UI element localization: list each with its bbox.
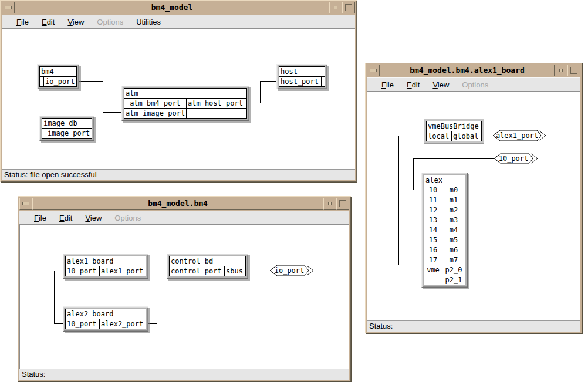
- hexagon-label: io_port: [269, 265, 309, 276]
- minimize-button[interactable]: [329, 2, 342, 13]
- port-sbus[interactable]: sbus: [224, 266, 245, 276]
- port-alex2_port[interactable]: alex2_port: [99, 319, 146, 329]
- port-10_port[interactable]: 10_port: [66, 266, 99, 276]
- node-image_db[interactable]: image_db image_port: [39, 116, 94, 141]
- menu-edit[interactable]: Edit: [40, 16, 56, 28]
- menu-view[interactable]: View: [83, 212, 103, 224]
- hexagon-io_port[interactable]: io_port: [269, 265, 314, 276]
- node-host[interactable]: host host_port: [276, 64, 327, 89]
- window-title: bm4_model.bm4: [32, 198, 323, 210]
- port-m7[interactable]: m7: [442, 255, 465, 265]
- connector: [413, 190, 421, 190]
- port-m5[interactable]: m5: [442, 235, 465, 245]
- port-host_port[interactable]: host_port: [279, 77, 321, 86]
- maximize-icon: [339, 200, 346, 207]
- window-menu-icon: [370, 69, 377, 72]
- hexagon-label: alex1_port: [492, 130, 542, 141]
- menu-utilities[interactable]: Utilities: [134, 16, 163, 28]
- menu-file[interactable]: File: [15, 16, 31, 28]
- port-17[interactable]: 17: [424, 255, 442, 265]
- node-alex1_board[interactable]: alex1_board 10_port alex1_port: [63, 254, 148, 279]
- node-alex[interactable]: alex 10m0 11m1 12m2 13m3 14m4 15m5 16m6 …: [421, 173, 468, 288]
- port-m3[interactable]: m3: [442, 215, 465, 225]
- menu-file[interactable]: File: [380, 79, 396, 90]
- port-10_port[interactable]: 10_port: [66, 319, 99, 329]
- menu-file[interactable]: File: [32, 212, 48, 224]
- window-menu-button[interactable]: [19, 198, 32, 210]
- node-bm4[interactable]: bm4 io_port: [37, 64, 79, 89]
- port-m0[interactable]: m0: [442, 185, 465, 195]
- status-bar: Status:: [19, 369, 349, 380]
- port-14[interactable]: 14: [424, 225, 442, 235]
- maximize-button[interactable]: [342, 2, 355, 13]
- node-atm[interactable]: atm atm_bm4_port atm_host_port atm_image…: [121, 86, 249, 121]
- node-alex2_board[interactable]: alex2_board 10_port alex2_port: [63, 306, 148, 332]
- port-13[interactable]: 13: [424, 215, 442, 225]
- node-title: alex: [424, 175, 465, 185]
- port-15[interactable]: 15: [424, 235, 442, 245]
- connector: [54, 271, 63, 271]
- hexagon-label: 10_port: [494, 153, 533, 164]
- connector: [103, 103, 121, 103]
- window-menu-button[interactable]: [2, 2, 15, 13]
- connector: [484, 136, 492, 136]
- connector: [148, 323, 157, 324]
- port-vme[interactable]: vme: [424, 265, 442, 275]
- port-image_port[interactable]: image_port: [46, 129, 92, 138]
- port-p2_1[interactable]: p2_1: [442, 275, 465, 285]
- schematic-canvas[interactable]: alex1_board 10_port alex1_port alex2_boa…: [19, 225, 349, 369]
- window-bm4-model-bm4: bm4_model.bm4 File Edit View Options ale…: [18, 196, 351, 381]
- node-title: vmeBusBridge: [427, 121, 481, 131]
- port-12[interactable]: 12: [424, 205, 442, 215]
- port-m4[interactable]: m4: [442, 225, 465, 235]
- minimize-button[interactable]: [555, 65, 567, 76]
- node-title: host: [279, 67, 325, 76]
- connector: [103, 81, 103, 103]
- port-control_port[interactable]: control_port: [170, 266, 224, 276]
- window-bm4-model-bm4-alex1-board: bm4_model.bm4.alex1_board File Edit View…: [365, 63, 582, 333]
- port-16[interactable]: 16: [424, 245, 442, 255]
- window-menu-button[interactable]: [367, 65, 380, 76]
- titlebar[interactable]: bm4_model.bm4: [19, 198, 349, 210]
- port-m1[interactable]: m1: [442, 195, 465, 205]
- maximize-button[interactable]: [336, 198, 349, 210]
- port-io_port[interactable]: io_port: [43, 77, 76, 86]
- port-11[interactable]: 11: [424, 195, 442, 205]
- node-vmeBusBridge[interactable]: vmeBusBridge local global: [424, 119, 484, 144]
- menu-edit[interactable]: Edit: [405, 79, 421, 90]
- port-p2_0[interactable]: p2_0: [442, 265, 465, 275]
- hexagon-alex1_port[interactable]: alex1_port: [492, 130, 546, 141]
- menu-edit[interactable]: Edit: [58, 212, 74, 224]
- connector: [398, 136, 424, 136]
- hexagon-10_port[interactable]: 10_port: [494, 153, 538, 164]
- menu-view[interactable]: View: [431, 79, 451, 90]
- port-stub: [321, 77, 325, 86]
- connector: [103, 112, 121, 113]
- menu-view[interactable]: View: [66, 16, 86, 28]
- schematic-canvas[interactable]: vmeBusBridge local global alex1_port 10_…: [367, 92, 580, 320]
- port-10[interactable]: 10: [424, 185, 442, 195]
- schematic-canvas[interactable]: bm4 io_port image_db image_port atm atm_…: [2, 29, 355, 169]
- minimize-button[interactable]: [323, 198, 336, 210]
- port-global[interactable]: global: [451, 131, 481, 141]
- node-control_bd[interactable]: control_bd control_port sbus: [167, 254, 248, 279]
- window-bm4-model: bm4_model File Edit View Options Utiliti…: [0, 0, 357, 182]
- node-title: alex2_board: [66, 309, 146, 319]
- connector: [398, 265, 421, 265]
- connector: [249, 103, 260, 103]
- port-m6[interactable]: m6: [442, 245, 465, 255]
- titlebar[interactable]: bm4_model: [2, 2, 355, 13]
- window-menu-icon: [5, 6, 12, 9]
- maximize-button[interactable]: [567, 65, 580, 76]
- node-title: bm4: [40, 67, 76, 76]
- port-m2[interactable]: m2: [442, 205, 465, 215]
- titlebar[interactable]: bm4_model.bm4.alex1_board: [367, 65, 580, 76]
- port-atm_bm4_port[interactable]: atm_bm4_port: [124, 99, 186, 108]
- port-alex1_port[interactable]: alex1_port: [99, 266, 146, 276]
- port-local[interactable]: local: [427, 131, 451, 141]
- window-title: bm4_model.bm4.alex1_board: [380, 65, 555, 76]
- port-atm_image_port[interactable]: atm_image_port: [124, 109, 186, 118]
- connector: [148, 271, 167, 271]
- menu-options: Options: [95, 16, 125, 28]
- port-atm_host_port[interactable]: atm_host_port: [186, 99, 246, 108]
